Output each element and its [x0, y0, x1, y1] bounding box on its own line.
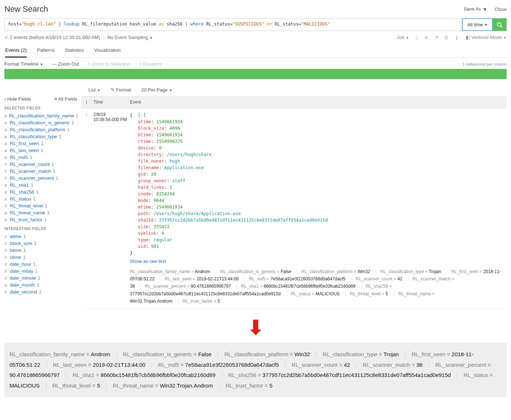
field-RL_threat_name[interactable]: aRL_threat_name1 — [4, 209, 77, 216]
event-timestamp: 2/8/19 10:38:54.000 PM — [92, 108, 128, 308]
search-icon — [497, 22, 503, 28]
per-page-menu[interactable]: 20 Per Page▼ — [141, 87, 172, 93]
field-date_mday[interactable]: #date_mday1 — [4, 268, 77, 275]
zoom-tags-panel: RL_classification_family_name = Androm⋮R… — [4, 343, 507, 397]
view-list-menu[interactable]: List▼ — [88, 87, 100, 93]
field-btime[interactable]: #btime1 — [4, 247, 77, 254]
field-RL_md5[interactable]: aRL_md51 — [4, 154, 77, 161]
zoom-out-button[interactable]: — Zoom Out — [52, 61, 79, 67]
field-RL_status[interactable]: aRL_status1 — [4, 195, 77, 202]
field-ctime[interactable]: #ctime1 — [4, 254, 77, 261]
field-RL_threat_level[interactable]: #RL_threat_level1 — [4, 202, 77, 209]
tab-patterns[interactable]: Patterns — [37, 44, 54, 57]
field-date_minute[interactable]: #date_minute1 — [4, 275, 77, 281]
field-RL_scanner_percent[interactable]: #RL_scanner_percent1 — [4, 175, 77, 182]
selected-fields-heading: SELECTED FIELDS — [4, 106, 77, 110]
collapse-toggle[interactable]: [-] — [138, 113, 146, 118]
sampling-menu[interactable]: No Event Sampling▼ — [107, 35, 153, 40]
field-date_second[interactable]: #date_second1 — [4, 288, 77, 295]
svg-point-0 — [497, 23, 501, 26]
print-icon[interactable]: ⎙ — [445, 35, 448, 40]
download-icon[interactable]: ⭳ — [454, 35, 459, 40]
format-button[interactable]: ✎ Format — [111, 87, 131, 93]
svg-line-1 — [501, 26, 502, 27]
event-body: { [-] atime: 1549661934 block_size: 4096… — [128, 108, 507, 308]
job-menu[interactable]: Job▼ — [397, 35, 409, 40]
field-date_month[interactable]: adate_month1 — [4, 281, 77, 288]
field-date_hour[interactable]: #date_hour1 — [4, 261, 77, 268]
arrow-down-icon: ⬇ — [247, 316, 264, 338]
col-time[interactable]: Time — [92, 97, 128, 108]
close-button[interactable]: Close — [495, 7, 507, 12]
time-range-picker[interactable]: All time▼ — [462, 18, 493, 31]
timeline-scale-label: 1 millisecond per column — [462, 62, 507, 66]
interesting-fields-heading: INTERESTING FIELDS — [4, 227, 77, 231]
field-RL_trust_factor[interactable]: aRL_trust_factor1 — [4, 216, 77, 223]
field-RL_first_seen[interactable]: aRL_first_seen1 — [4, 140, 77, 147]
hide-fields-button[interactable]: ‹ Hide Fields — [4, 96, 31, 102]
stop-icon[interactable]: ■ — [425, 35, 428, 40]
field-RL_sha1[interactable]: aRL_sha11 — [4, 182, 77, 188]
field-RL_sha256[interactable]: aRL_sha2561 — [4, 188, 77, 195]
tab-visualization[interactable]: Visualization — [94, 44, 121, 57]
show-raw-link[interactable]: Show as raw text — [130, 258, 505, 265]
field-block_size[interactable]: #block_size1 — [4, 240, 77, 247]
search-input[interactable]: host="hugh.rl.lan" | lookup RL_filereput… — [4, 18, 462, 31]
field-RL_scanner_count[interactable]: #RL_scanner_count1 — [4, 161, 77, 168]
field-RL_classification_type[interactable]: aRL_classification_type1 — [4, 133, 77, 140]
field-RL_last_seen[interactable]: aRL_last_seen1 — [4, 147, 77, 154]
mode-menu[interactable]: ◧ Verbose Mode▼ — [466, 35, 507, 40]
event-row: › 2/8/19 10:38:54.000 PM { [-] atime: 15… — [81, 108, 507, 309]
pause-icon[interactable]: || — [416, 35, 418, 40]
field-RL_classification_is_generic[interactable]: aRL_classification_is_generic1 — [4, 119, 77, 126]
zoom-selection-button: + Zoom to Selection — [88, 61, 130, 67]
tab-events[interactable]: Events (2) — [5, 44, 27, 58]
event-count-status: ✓2 events (before 4/16/19 12:35:01.000 A… — [4, 35, 100, 40]
page-title: New Search — [4, 4, 48, 14]
share-icon[interactable]: ↗ — [434, 35, 438, 40]
timeline-histogram[interactable] — [4, 69, 507, 79]
format-timeline-menu[interactable]: Format Timeline▼ — [4, 61, 43, 67]
col-event: Event — [128, 97, 507, 108]
all-fields-button[interactable]: ≡ All Fields — [54, 96, 77, 102]
tab-statistics[interactable]: Statistics — [65, 44, 84, 57]
deselect-button: × Deselect — [139, 61, 162, 67]
col-info: i — [81, 97, 92, 108]
event-tags: RL_classification_family_name = Androm⋮R… — [130, 268, 505, 305]
save-as-menu[interactable]: Save As▼ — [464, 6, 487, 12]
expand-chevron-icon[interactable]: › — [81, 108, 92, 308]
field-atime[interactable]: #atime1 — [4, 233, 77, 240]
search-button[interactable] — [493, 18, 507, 31]
field-RL_scanner_match[interactable]: #RL_scanner_match1 — [4, 168, 77, 175]
field-RL_classification_platform[interactable]: aRL_classification_platform1 — [4, 126, 77, 133]
field-RL_classification_family_name[interactable]: aRL_classification_family_name1 — [4, 112, 77, 119]
